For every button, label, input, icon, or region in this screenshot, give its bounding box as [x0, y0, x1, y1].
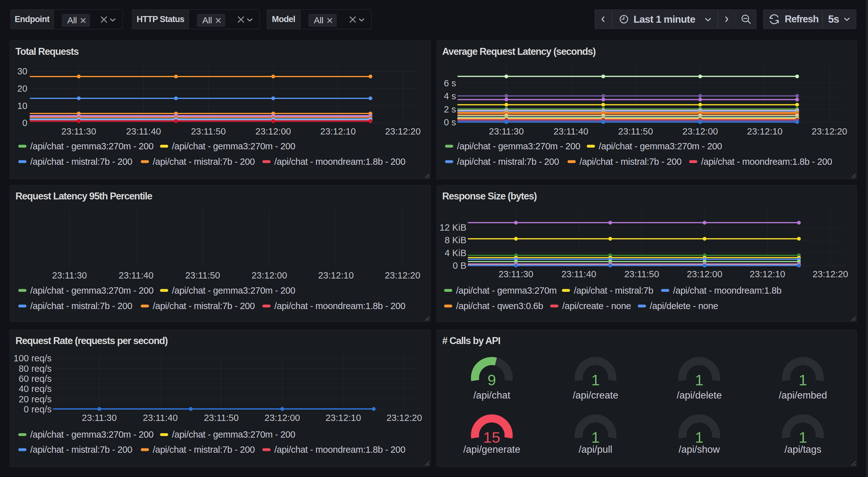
svg-text:23:12:20: 23:12:20: [385, 270, 421, 280]
svg-text:1: 1: [591, 429, 600, 446]
svg-text:15: 15: [483, 429, 500, 446]
svg-text:100 req/s: 100 req/s: [13, 353, 52, 363]
svg-text:/api/chat - gemma3:270m - 200: /api/chat - gemma3:270m - 200: [172, 429, 295, 440]
svg-text:23:12:20: 23:12:20: [812, 126, 847, 137]
svg-text:/api/chat - gemma3:270m - 200: /api/chat - gemma3:270m - 200: [172, 141, 295, 151]
svg-text:23:12:10: 23:12:10: [747, 126, 783, 137]
svg-text:23:11:40: 23:11:40: [143, 413, 178, 423]
svg-text:23:12:10: 23:12:10: [318, 270, 354, 280]
svg-text:23:11:50: 23:11:50: [618, 126, 653, 137]
svg-text:60 req/s: 60 req/s: [19, 374, 52, 384]
svg-text:/api/chat - gemma3:270m - 200: /api/chat - gemma3:270m - 200: [172, 286, 295, 296]
svg-text:/api/chat - gemma3:270m: /api/chat - gemma3:270m: [456, 286, 557, 296]
svg-text:1: 1: [591, 371, 600, 388]
svg-text:80 req/s: 80 req/s: [19, 364, 52, 374]
svg-text:23:11:30: 23:11:30: [499, 269, 533, 279]
svg-text:/api/chat - moondream:1.8b - 2: /api/chat - moondream:1.8b - 200: [701, 157, 832, 167]
svg-text:23:12:10: 23:12:10: [750, 269, 785, 279]
svg-text:23:12:20: 23:12:20: [812, 269, 848, 279]
svg-text:/api/chat - mistral:7b - 200: /api/chat - mistral:7b - 200: [457, 157, 559, 167]
svg-text:/api/embed: /api/embed: [779, 390, 827, 401]
svg-text:23:12:00: 23:12:00: [687, 269, 722, 279]
svg-text:23:12:10: 23:12:10: [320, 126, 356, 137]
svg-text:0 s: 0 s: [444, 117, 456, 127]
svg-text:23:11:30: 23:11:30: [82, 413, 117, 423]
svg-text:23:12:00: 23:12:00: [255, 126, 291, 137]
svg-text:/api/chat - moondream:1.8b - 2: /api/chat - moondream:1.8b - 200: [274, 157, 405, 167]
svg-text:/api/create - none: /api/create - none: [562, 301, 631, 311]
svg-text:0: 0: [22, 118, 27, 128]
svg-text:23:12:00: 23:12:00: [265, 413, 300, 423]
svg-text:23:11:50: 23:11:50: [204, 413, 239, 423]
svg-text:1: 1: [799, 429, 807, 446]
svg-text:23:11:40: 23:11:40: [553, 126, 588, 137]
svg-text:/api/chat - mistral:7b - 200: /api/chat - mistral:7b - 200: [30, 157, 132, 167]
svg-text:/api/chat - mistral:7b - 200: /api/chat - mistral:7b - 200: [153, 301, 255, 311]
svg-text:4 s: 4 s: [444, 91, 456, 101]
svg-text:23:11:30: 23:11:30: [489, 126, 524, 137]
svg-text:20 req/s: 20 req/s: [19, 394, 52, 404]
svg-text:/api/show: /api/show: [679, 444, 720, 455]
svg-text:/api/tags: /api/tags: [784, 444, 822, 455]
svg-text:/api/delete: /api/delete: [677, 390, 722, 401]
svg-text:/api/pull: /api/pull: [579, 444, 612, 455]
svg-text:1: 1: [695, 429, 703, 446]
svg-text:1: 1: [799, 371, 807, 388]
svg-text:/api/chat - gemma3:270m - 200: /api/chat - gemma3:270m - 200: [30, 141, 153, 151]
svg-text:/api/chat - mistral:7b - 200: /api/chat - mistral:7b - 200: [30, 445, 132, 455]
svg-text:8 KiB: 8 KiB: [445, 235, 466, 245]
svg-text:1: 1: [695, 371, 703, 388]
svg-text:/api/chat - mistral:7b - 200: /api/chat - mistral:7b - 200: [153, 157, 255, 167]
svg-text:23:12:00: 23:12:00: [252, 270, 287, 280]
svg-text:23:11:40: 23:11:40: [561, 269, 596, 279]
svg-text:23:12:10: 23:12:10: [326, 413, 361, 423]
svg-text:/api/chat - mistral:7b - 200: /api/chat - mistral:7b - 200: [153, 445, 255, 455]
svg-text:2 s: 2 s: [444, 104, 456, 114]
svg-text:0 B: 0 B: [453, 261, 466, 271]
svg-text:/api/chat - qwen3:0.6b: /api/chat - qwen3:0.6b: [456, 301, 543, 311]
svg-text:/api/delete - none: /api/delete - none: [650, 301, 718, 311]
svg-text:23:11:50: 23:11:50: [624, 269, 659, 279]
svg-text:/api/chat - mistral:7b - 200: /api/chat - mistral:7b - 200: [580, 157, 682, 167]
svg-text:/api/chat - gemma3:270m - 200: /api/chat - gemma3:270m - 200: [599, 141, 722, 151]
svg-text:23:12:20: 23:12:20: [385, 126, 421, 137]
svg-text:/api/chat - moondream:1.8b - 2: /api/chat - moondream:1.8b - 200: [274, 301, 405, 311]
svg-text:4 KiB: 4 KiB: [445, 248, 466, 258]
svg-text:6 s: 6 s: [444, 78, 456, 88]
svg-text:9: 9: [488, 371, 496, 388]
svg-text:0 req/s: 0 req/s: [24, 404, 52, 414]
svg-text:23:11:40: 23:11:40: [119, 270, 154, 280]
svg-text:23:11:40: 23:11:40: [126, 126, 161, 137]
svg-text:/api/chat - gemma3:270m - 200: /api/chat - gemma3:270m - 200: [30, 286, 153, 296]
svg-text:23:11:30: 23:11:30: [52, 270, 87, 280]
svg-text:23:12:20: 23:12:20: [386, 413, 422, 423]
svg-text:/api/chat - gemma3:270m - 200: /api/chat - gemma3:270m - 200: [457, 141, 580, 151]
svg-text:40 req/s: 40 req/s: [19, 384, 52, 394]
svg-text:23:11:30: 23:11:30: [61, 126, 96, 137]
svg-text:/api/generate: /api/generate: [463, 444, 520, 455]
svg-text:23:11:50: 23:11:50: [191, 126, 226, 137]
svg-text:/api/create: /api/create: [572, 390, 618, 401]
svg-text:30: 30: [17, 66, 27, 76]
svg-text:23:11:50: 23:11:50: [185, 270, 220, 280]
svg-text:20: 20: [17, 84, 27, 94]
svg-text:/api/chat - gemma3:270m - 200: /api/chat - gemma3:270m - 200: [30, 429, 153, 440]
svg-text:12 KiB: 12 KiB: [440, 222, 466, 233]
svg-text:/api/chat - mistral:7b - 200: /api/chat - mistral:7b - 200: [30, 301, 132, 311]
svg-text:/api/chat - moondream:1.8b: /api/chat - moondream:1.8b: [673, 286, 781, 296]
svg-text:/api/chat - moondream:1.8b - 2: /api/chat - moondream:1.8b - 200: [274, 445, 405, 455]
svg-text:/api/chat - mistral:7b: /api/chat - mistral:7b: [574, 286, 653, 296]
svg-text:23:12:00: 23:12:00: [682, 126, 718, 137]
svg-text:10: 10: [17, 101, 27, 111]
svg-text:/api/chat: /api/chat: [473, 390, 510, 401]
